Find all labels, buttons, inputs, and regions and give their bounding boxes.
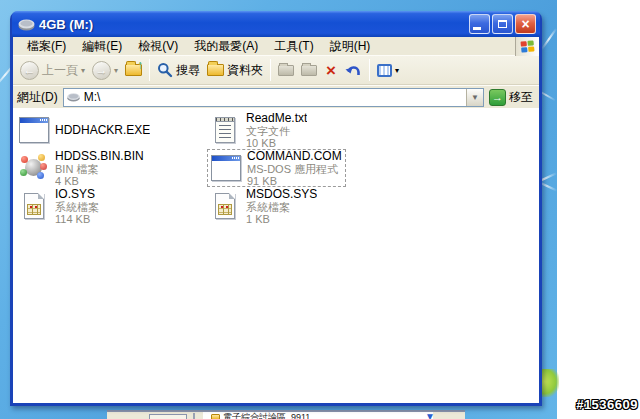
search-icon xyxy=(157,62,173,78)
up-button[interactable]: ↑ xyxy=(122,62,145,78)
menu-file[interactable]: 檔案(F) xyxy=(19,38,74,55)
forward-button[interactable]: → ▾ xyxy=(89,59,121,82)
minimize-button[interactable] xyxy=(469,14,490,34)
window-title: 4GB (M:) xyxy=(39,17,469,32)
file-name: COMMAND.COM xyxy=(247,150,342,163)
menu-bar: 檔案(F) 編輯(E) 檢視(V) 我的最愛(A) 工具(T) 說明(H) xyxy=(13,37,539,56)
background-window-fragment: 電子綜合討論區_9911 ▼ xyxy=(107,410,465,419)
chevron-down-icon: ▼ xyxy=(471,93,479,102)
close-button[interactable]: × xyxy=(515,14,536,34)
toolbar-separator xyxy=(149,59,150,81)
menu-help[interactable]: 說明(H) xyxy=(322,38,379,55)
file-list-area[interactable]: HDDHACKR.EXE ReadMe.txt 文字文件 10 KB xyxy=(13,108,539,403)
notepad-icon xyxy=(208,114,242,146)
up-folder-icon: ↑ xyxy=(125,64,142,76)
up-arrow-icon: ↑ xyxy=(137,58,143,72)
dos-window-icon xyxy=(209,152,243,184)
undo-button[interactable] xyxy=(342,61,365,80)
delete-button[interactable]: × xyxy=(321,60,341,81)
file-size: 4 KB xyxy=(55,175,144,187)
move-to-icon xyxy=(278,65,294,76)
menu-edit[interactable]: 編輯(E) xyxy=(74,38,130,55)
drive-icon xyxy=(18,18,35,31)
go-label: 移至 xyxy=(509,89,533,106)
file-size: 114 KB xyxy=(55,213,99,225)
back-label: 上一頁 xyxy=(42,62,78,79)
back-icon: ← xyxy=(20,61,39,80)
menu-tools[interactable]: 工具(T) xyxy=(266,38,321,55)
folders-button[interactable]: 資料夾 xyxy=(204,60,266,81)
file-name: MSDOS.SYS xyxy=(246,188,317,201)
forward-dropdown-icon[interactable]: ▾ xyxy=(114,66,118,75)
views-icon xyxy=(377,64,392,77)
file-name: HDDSS.BIN.BIN xyxy=(55,150,144,163)
undo-icon xyxy=(345,63,362,78)
maximize-icon xyxy=(498,20,507,28)
toolbar-separator xyxy=(270,59,271,81)
bin-icon xyxy=(17,152,51,184)
copy-to-icon xyxy=(301,65,317,76)
file-tile-readme-txt[interactable]: ReadMe.txt 文字文件 10 KB xyxy=(207,111,310,149)
file-type: MS-DOS 應用程式 xyxy=(247,163,342,175)
move-to-button[interactable] xyxy=(275,63,297,78)
chevron-down-icon[interactable]: ▼ xyxy=(425,412,435,419)
tree-item-label[interactable]: 電子綜合討論區_9911 xyxy=(223,413,310,419)
close-icon: × xyxy=(521,17,529,31)
file-name: IO.SYS xyxy=(55,188,99,201)
windows-logo-icon xyxy=(520,40,534,52)
background-window-frame xyxy=(149,414,187,419)
address-bar: 網址(D) M:\ ▼ → 移至 xyxy=(13,85,539,108)
search-label: 搜尋 xyxy=(176,62,200,79)
copy-to-button[interactable] xyxy=(298,63,320,78)
back-dropdown-icon[interactable]: ▾ xyxy=(81,66,85,75)
file-name: ReadMe.txt xyxy=(246,112,307,125)
file-size: 91 KB xyxy=(247,175,342,187)
file-tile-command-com[interactable]: COMMAND.COM MS-DOS 應用程式 91 KB xyxy=(207,149,346,187)
address-label: 網址(D) xyxy=(17,89,58,106)
address-input[interactable]: M:\ xyxy=(84,90,101,104)
file-tile-msdos-sys[interactable]: MSDOS.SYS 系統檔案 1 KB xyxy=(207,187,320,225)
drive-icon xyxy=(67,92,80,102)
background-tree-panel: 電子綜合討論區_9911 xyxy=(203,412,433,419)
views-dropdown-icon: ▾ xyxy=(395,66,399,75)
system-file-icon xyxy=(208,190,242,222)
forward-icon: → xyxy=(92,61,111,80)
file-type: 文字文件 xyxy=(246,125,307,137)
file-type: BIN 檔案 xyxy=(55,163,144,175)
file-name: HDDHACKR.EXE xyxy=(55,124,150,137)
file-size: 10 KB xyxy=(246,137,307,149)
background-window-divider xyxy=(193,413,195,419)
file-tile-hddss-bin[interactable]: HDDSS.BIN.BIN BIN 檔案 4 KB xyxy=(16,149,147,187)
address-combo[interactable]: M:\ ▼ xyxy=(63,88,484,107)
views-button[interactable]: ▾ xyxy=(374,62,402,79)
title-bar[interactable]: 4GB (M:) × xyxy=(12,11,540,37)
file-tile-io-sys[interactable]: IO.SYS 系統檔案 114 KB xyxy=(16,187,102,225)
folders-label: 資料夾 xyxy=(227,62,263,79)
files-grid: HDDHACKR.EXE ReadMe.txt 文字文件 10 KB xyxy=(16,111,539,225)
search-button[interactable]: 搜尋 xyxy=(154,60,203,81)
wallpaper-sparkle xyxy=(541,28,558,50)
menu-favorites[interactable]: 我的最愛(A) xyxy=(186,38,266,55)
menu-view[interactable]: 檢視(V) xyxy=(130,38,186,55)
folder-icon xyxy=(211,414,220,419)
file-size: 1 KB xyxy=(246,213,317,225)
delete-icon: × xyxy=(324,62,338,79)
folders-icon xyxy=(207,64,224,76)
file-type: 系統檔案 xyxy=(246,201,317,213)
maximize-button[interactable] xyxy=(492,14,513,34)
explorer-window: 4GB (M:) × 檔案(F) 編輯(E) 檢視(V) 我的最愛(A) 工具(… xyxy=(10,12,542,406)
windows-logo-panel xyxy=(515,37,539,56)
minimize-icon xyxy=(473,27,481,30)
go-button[interactable]: → 移至 xyxy=(489,89,535,106)
go-arrow-icon: → xyxy=(489,89,506,106)
toolbar-separator xyxy=(369,59,370,81)
system-file-icon xyxy=(17,190,51,222)
back-button[interactable]: ← 上一頁 ▾ xyxy=(17,59,88,82)
file-type: 系統檔案 xyxy=(55,201,99,213)
address-dropdown-button[interactable]: ▼ xyxy=(466,89,483,106)
toolbar: ← 上一頁 ▾ → ▾ ↑ 搜尋 資料夾 xyxy=(13,56,539,85)
watermark-text: #1536609 xyxy=(576,397,638,412)
dos-window-icon xyxy=(17,114,51,146)
file-tile-hddhackr-exe[interactable]: HDDHACKR.EXE xyxy=(16,111,153,149)
